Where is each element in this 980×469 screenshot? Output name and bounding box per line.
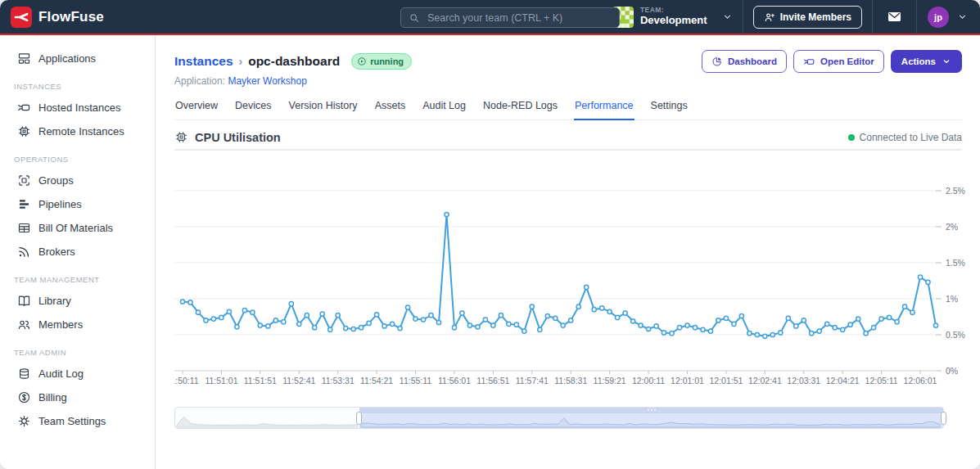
dashboard-button[interactable]: Dashboard (702, 50, 787, 73)
x-axis-label: 11:57:41 (516, 376, 549, 386)
notifications-button[interactable] (873, 9, 916, 25)
tab-assets[interactable]: Assets (374, 95, 407, 120)
instance-tabs: OverviewDevicesVersion HistoryAssetsAudi… (174, 95, 962, 120)
tab-settings[interactable]: Settings (650, 95, 689, 120)
chevron-down-icon (942, 56, 951, 66)
node-icon (17, 101, 31, 115)
sidebar-item-team-settings[interactable]: Team Settings (0, 409, 155, 433)
data-point-marker (631, 319, 635, 323)
data-point-marker (926, 280, 930, 284)
data-point-marker (755, 332, 759, 336)
data-point-marker (841, 327, 845, 331)
data-point-marker (887, 315, 892, 319)
actions-button[interactable]: Actions (891, 50, 962, 73)
data-point-marker (204, 318, 208, 322)
sidebar-item-label: Team Settings (38, 415, 106, 427)
user-menu[interactable]: jp (917, 7, 980, 28)
data-point-marker (336, 313, 340, 318)
search-input[interactable] (426, 11, 612, 25)
sidebar-item-label: Billing (38, 391, 67, 404)
sidebar-item-members[interactable]: Members (0, 313, 155, 336)
sidebar-item-label: Groups (38, 174, 74, 187)
sidebar-item-brokers[interactable]: Brokers (0, 240, 155, 264)
brand[interactable]: FlowFuse (0, 7, 104, 28)
sidebar-item-groups[interactable]: Groups (0, 169, 155, 192)
sidebar-section-instances: INSTANCES (14, 82, 155, 91)
data-point-marker (763, 334, 767, 338)
tab-devices[interactable]: Devices (234, 95, 272, 120)
data-point-marker (211, 317, 215, 321)
x-axis-label: 11:59:21 (594, 376, 626, 386)
user-avatar[interactable]: jp (928, 7, 949, 28)
tab-audit-log[interactable]: Audit Log (422, 95, 467, 120)
sidebar-item-label: Pipelines (38, 198, 82, 210)
search-box[interactable] (400, 7, 620, 28)
data-point-marker (553, 316, 558, 320)
breadcrumb-separator: › (239, 55, 243, 68)
breadcrumb-instances-link[interactable]: Instances (174, 54, 233, 69)
x-axis-label: 11:51:51 (244, 376, 277, 386)
book-icon (17, 294, 31, 308)
brush-selection[interactable] (359, 408, 943, 428)
data-point-marker (701, 327, 705, 331)
data-point-marker (328, 327, 332, 331)
brush-grip[interactable] (648, 409, 656, 411)
data-point-marker (910, 310, 915, 314)
sidebar-item-bill-of-materials[interactable]: Bill Of Materials (0, 216, 155, 240)
data-point-marker (251, 310, 255, 314)
x-axis-label: 12:03:31 (787, 376, 820, 386)
x-axis-label: 12:02:41 (748, 376, 782, 386)
sidebar-item-remote-instances[interactable]: Remote Instances (0, 120, 155, 143)
sidebar-item-billing[interactable]: Billing (0, 386, 155, 409)
team-chevron-down-icon[interactable] (707, 11, 733, 22)
sidebar-item-applications[interactable]: Applications (0, 47, 155, 70)
data-point-marker (802, 318, 806, 322)
sidebar-item-pipelines[interactable]: Pipelines (0, 192, 155, 216)
brush-handle-right[interactable] (941, 412, 946, 425)
x-axis-label: 11:51:01 (205, 376, 237, 386)
data-point-marker (639, 323, 643, 327)
data-point-marker (833, 326, 837, 330)
data-point-marker (227, 309, 231, 313)
data-point-marker (879, 317, 883, 321)
time-range-brush[interactable] (174, 407, 944, 429)
tab-overview[interactable]: Overview (174, 95, 219, 120)
application-link[interactable]: Mayker Workshop (228, 75, 306, 87)
data-point-marker (856, 317, 860, 321)
data-point-marker (670, 331, 674, 336)
data-point-marker (794, 324, 798, 328)
brush-handle-left[interactable] (356, 412, 362, 425)
database-icon (17, 367, 31, 381)
tab-version-history[interactable]: Version History (288, 95, 359, 120)
sidebar-item-library[interactable]: Library (0, 289, 155, 313)
data-point-marker (421, 318, 425, 322)
data-point-marker (592, 308, 596, 312)
x-axis-label: 11:50:11 (174, 376, 199, 386)
sidebar-item-label: Members (38, 318, 83, 331)
sidebar-item-audit-log[interactable]: Audit Log (0, 362, 155, 386)
data-point-marker (406, 305, 410, 309)
sidebar-item-hosted-instances[interactable]: Hosted Instances (0, 96, 155, 120)
node-icon (803, 56, 815, 68)
data-point-marker (491, 323, 495, 327)
sidebar-item-label: Audit Log (38, 368, 84, 380)
data-point-marker (180, 300, 184, 304)
team-selector[interactable]: TEAM: Development (601, 7, 743, 28)
open-editor-button[interactable]: Open Editor (793, 50, 884, 73)
data-point-marker (398, 327, 402, 331)
tab-performance[interactable]: Performance (574, 95, 635, 120)
x-axis-label: 12:04:21 (826, 376, 860, 386)
sidebar-item-label: Library (38, 295, 71, 307)
sidebar-section-operations: OPERATIONS (14, 155, 155, 164)
user-chevron-down-icon[interactable] (957, 11, 968, 22)
data-point-marker (367, 321, 371, 325)
data-point-marker (825, 322, 829, 326)
data-point-marker (545, 314, 549, 318)
breadcrumb: Instances › opc-dashboard running Dashbo… (174, 49, 962, 74)
navbar-right: TEAM: Development Invite Members jp (601, 0, 980, 34)
tab-node-red-logs[interactable]: Node-RED Logs (482, 95, 558, 120)
billing-icon (17, 390, 31, 404)
data-point-marker (289, 302, 293, 306)
invite-members-button[interactable]: Invite Members (753, 6, 862, 29)
y-axis-label: 1% (946, 294, 958, 304)
